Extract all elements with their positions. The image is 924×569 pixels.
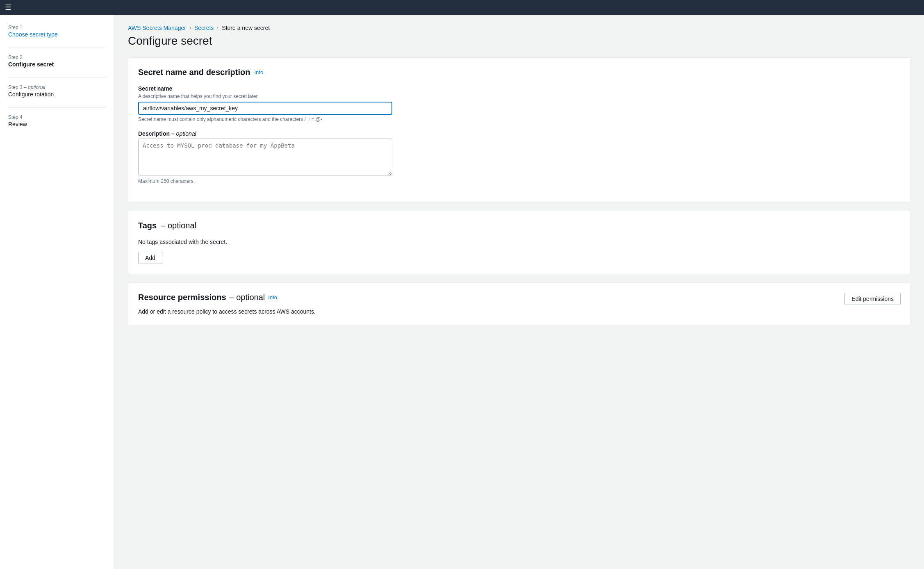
- secret-name-hint: A descriptive name that helps you find y…: [138, 93, 901, 99]
- tags-section-header: Tags – optional: [138, 221, 901, 230]
- description-label: Description – optional: [138, 130, 901, 137]
- description-field-group: Description – optional Maximum 250 chara…: [138, 130, 901, 184]
- sidebar-item-review: Review: [8, 121, 106, 127]
- resource-permissions-title-area: Resource permissions – optional Info: [138, 293, 277, 302]
- resource-permissions-header: Resource permissions – optional Info Edi…: [138, 293, 901, 305]
- breadcrumb: AWS Secrets Manager › Secrets › Store a …: [128, 25, 911, 31]
- sidebar-step-3: Step 3 – optional Configure rotation: [8, 84, 106, 98]
- edit-permissions-button[interactable]: Edit permissions: [844, 293, 901, 305]
- step-divider-3: [8, 107, 106, 108]
- secret-name-validation-hint: Secret name must contain only alphanumer…: [138, 116, 901, 122]
- secret-name-label: Secret name: [138, 85, 901, 92]
- main-content: AWS Secrets Manager › Secrets › Store a …: [115, 15, 924, 569]
- add-tag-button[interactable]: Add: [138, 252, 162, 264]
- resource-permissions-card: Resource permissions – optional Info Edi…: [128, 282, 911, 325]
- secret-name-input[interactable]: [138, 102, 392, 115]
- step3-label: Step 3 – optional: [8, 84, 106, 90]
- resource-permissions-description: Add or edit a resource policy to access …: [138, 308, 901, 315]
- no-tags-text: No tags associated with the secret.: [138, 239, 901, 245]
- sidebar-step-1: Step 1 Choose secret type: [8, 25, 106, 38]
- sidebar-item-configure-rotation: Configure rotation: [8, 91, 106, 98]
- description-max-chars: Maximum 250 characters.: [138, 178, 901, 184]
- sidebar-item-configure-secret: Configure secret: [8, 61, 106, 68]
- tags-card: Tags – optional No tags associated with …: [128, 211, 911, 274]
- sidebar-step-2: Step 2 Configure secret: [8, 55, 106, 68]
- breadcrumb-current: Store a new secret: [222, 25, 270, 31]
- top-navigation: ☰: [0, 0, 924, 15]
- page-title: Configure secret: [128, 34, 911, 48]
- hamburger-menu-icon[interactable]: ☰: [5, 3, 11, 12]
- sidebar-item-choose-secret-type[interactable]: Choose secret type: [8, 31, 58, 38]
- breadcrumb-separator-1: ›: [189, 25, 191, 31]
- description-textarea[interactable]: [138, 139, 392, 175]
- breadcrumb-secrets[interactable]: Secrets: [194, 25, 214, 31]
- resource-permissions-title: Resource permissions: [138, 293, 226, 302]
- tags-section-title: Tags: [138, 221, 157, 230]
- secret-name-section-title: Secret name and description: [138, 68, 250, 77]
- breadcrumb-secrets-manager[interactable]: AWS Secrets Manager: [128, 25, 186, 31]
- sidebar: Step 1 Choose secret type Step 2 Configu…: [0, 15, 115, 569]
- tags-optional-label: – optional: [161, 221, 196, 230]
- step-divider-1: [8, 48, 106, 48]
- resource-permissions-optional: – optional: [230, 293, 265, 302]
- step4-label: Step 4: [8, 114, 106, 120]
- step1-label: Step 1: [8, 25, 106, 30]
- sidebar-step-4: Step 4 Review: [8, 114, 106, 127]
- secret-name-field-group: Secret name A descriptive name that help…: [138, 85, 901, 122]
- resource-permissions-info-link[interactable]: Info: [268, 294, 277, 300]
- secret-name-section-header: Secret name and description Info: [138, 68, 901, 77]
- breadcrumb-separator-2: ›: [217, 25, 218, 31]
- secret-name-description-card: Secret name and description Info Secret …: [128, 57, 911, 203]
- step-divider-2: [8, 77, 106, 78]
- secret-name-info-link[interactable]: Info: [254, 69, 263, 75]
- step2-label: Step 2: [8, 55, 106, 60]
